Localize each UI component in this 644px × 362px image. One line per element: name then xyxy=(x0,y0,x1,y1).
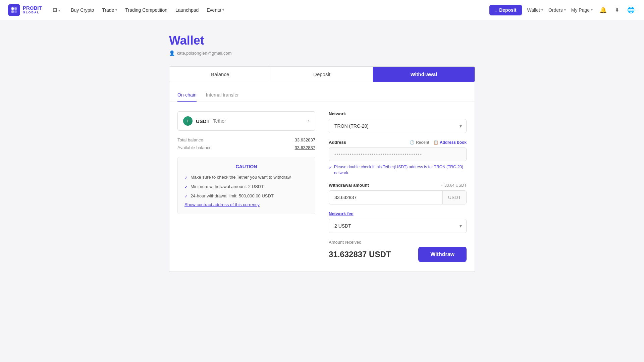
withdrawal-amount-label: Withdrawal amount xyxy=(329,183,369,188)
caution-item-1: ✓ Minimum withdrawal amount: 2 USDT xyxy=(184,183,308,190)
deposit-button[interactable]: ↓ Deposit xyxy=(489,5,522,15)
check-icon-2: ✓ xyxy=(184,193,188,199)
main-content: Wallet 👤 kate.poisonglen@gmail.com Balan… xyxy=(161,20,483,285)
user-icon: 👤 xyxy=(169,50,175,56)
caution-box: CAUTION ✓ Make sure to check the Tether … xyxy=(177,157,315,214)
nav-buy-crypto[interactable]: Buy Crypto xyxy=(71,7,94,13)
network-form-group: Network TRON (TRC-20) Ethereum (ERC-20) … xyxy=(329,111,467,133)
grid-icon[interactable]: ⊞ ▾ xyxy=(51,5,61,14)
page-subtitle: 👤 kate.poisonglen@gmail.com xyxy=(169,50,475,56)
address-label-actions: 🕐 Recent 📋 Address book xyxy=(410,140,467,145)
my-page-chevron: ▾ xyxy=(591,8,593,12)
events-chevron: ▾ xyxy=(222,8,224,12)
notification-bell-icon[interactable]: 🔔 xyxy=(598,5,608,15)
recent-button[interactable]: 🕐 Recent xyxy=(410,140,429,145)
network-label: Network xyxy=(329,111,467,116)
withdrawal-container: On-chain Internal transfer T USDT Tether… xyxy=(169,82,475,272)
sub-tab-on-chain[interactable]: On-chain xyxy=(177,89,197,102)
available-balance-value: 33.632837 xyxy=(295,145,315,150)
svg-rect-3 xyxy=(14,10,17,13)
withdraw-button[interactable]: Withdraw xyxy=(418,247,467,262)
address-input[interactable] xyxy=(329,147,467,161)
logo-probit: PROBIT xyxy=(23,5,42,11)
left-panel: T USDT Tether › Total balance 33.632837 … xyxy=(177,111,315,262)
network-fee-label[interactable]: Network fee xyxy=(329,211,467,216)
nav-my-page[interactable]: My Page ▾ xyxy=(571,7,593,13)
amount-approx: ≈ 33.64 USDT xyxy=(441,183,467,188)
address-form-group: Address 🕐 Recent 📋 Address book xyxy=(329,140,467,176)
download-icon[interactable]: ⬇ xyxy=(613,5,621,14)
globe-icon[interactable]: 🌐 xyxy=(626,5,636,15)
network-select[interactable]: TRON (TRC-20) Ethereum (ERC-20) BNB Smar… xyxy=(329,119,467,133)
sub-tabs: On-chain Internal transfer xyxy=(169,82,475,102)
currency-selector-arrow: › xyxy=(308,118,310,124)
nav-trading-competition[interactable]: Trading Competition xyxy=(125,7,167,13)
currency-info: T USDT Tether xyxy=(183,116,226,126)
wallet-tabs: Balance Deposit Withdrawal xyxy=(169,66,475,82)
amount-input-row: USDT xyxy=(329,190,467,204)
total-balance-row: Total balance 33.632837 xyxy=(177,137,315,142)
amount-received-section: Amount received 31.632837 USDT Withdraw xyxy=(329,240,467,262)
currency-selector[interactable]: T USDT Tether › xyxy=(177,111,315,131)
wallet-chevron: ▾ xyxy=(541,8,543,12)
available-balance-row: Available balance 33.632837 xyxy=(177,145,315,150)
hint-check-icon: ✓ xyxy=(329,165,332,171)
tab-balance[interactable]: Balance xyxy=(169,67,271,82)
navbar-left: PROBIT GLOBAL ⊞ ▾ Buy Crypto Trade ▾ Tra… xyxy=(8,4,489,16)
recent-icon: 🕐 xyxy=(410,140,415,145)
caution-title: CAUTION xyxy=(184,164,308,169)
amount-received-row: 31.632837 USDT Withdraw xyxy=(329,247,467,262)
logo-global: GLOBAL xyxy=(23,11,42,14)
network-fee-select-wrapper: 2 USDT 1 USDT ▾ xyxy=(329,219,467,233)
nav-events[interactable]: Events ▾ xyxy=(207,7,224,13)
caution-item-0: ✓ Make sure to check the Tether you want… xyxy=(184,174,308,181)
amount-header: Withdrawal amount ≈ 33.64 USDT xyxy=(329,183,467,188)
check-icon-0: ✓ xyxy=(184,175,188,181)
navbar: PROBIT GLOBAL ⊞ ▾ Buy Crypto Trade ▾ Tra… xyxy=(0,0,644,20)
deposit-icon: ↓ xyxy=(495,7,497,13)
nav-links: Buy Crypto Trade ▾ Trading Competition L… xyxy=(71,7,224,13)
tab-deposit[interactable]: Deposit xyxy=(271,67,373,82)
network-fee-form-group: Network fee 2 USDT 1 USDT ▾ xyxy=(329,211,467,233)
caution-item-2: ✓ 24-hour withdrawal limit: 500,000.00 U… xyxy=(184,193,308,199)
network-fee-select[interactable]: 2 USDT 1 USDT xyxy=(329,219,467,233)
withdrawal-amount-form-group: Withdrawal amount ≈ 33.64 USDT USDT xyxy=(329,183,467,204)
nav-orders[interactable]: Orders ▾ xyxy=(548,7,566,13)
total-balance-label: Total balance xyxy=(177,137,203,142)
nav-launchpad[interactable]: Launchpad xyxy=(175,7,199,13)
svg-rect-2 xyxy=(11,10,14,13)
svg-rect-0 xyxy=(11,7,14,10)
address-label-row: Address 🕐 Recent 📋 Address book xyxy=(329,140,467,145)
amount-received-value: 31.632837 USDT xyxy=(329,250,391,259)
logo-text: PROBIT GLOBAL xyxy=(23,5,42,14)
logo-icon xyxy=(8,4,20,16)
withdrawal-content: T USDT Tether › Total balance 33.632837 … xyxy=(169,102,475,272)
right-panel: Network TRON (TRC-20) Ethereum (ERC-20) … xyxy=(329,111,467,262)
sub-tab-internal-transfer[interactable]: Internal transfer xyxy=(206,89,239,102)
logo[interactable]: PROBIT GLOBAL xyxy=(8,4,42,16)
currency-name: Tether xyxy=(213,118,226,124)
available-balance-label: Available balance xyxy=(177,145,212,150)
nav-trade[interactable]: Trade ▾ xyxy=(102,7,117,13)
network-select-wrapper: TRON (TRC-20) Ethereum (ERC-20) BNB Smar… xyxy=(329,119,467,133)
currency-symbol: USDT xyxy=(196,118,210,124)
check-icon-1: ✓ xyxy=(184,184,188,190)
withdrawal-amount-input[interactable] xyxy=(329,190,442,204)
svg-rect-1 xyxy=(14,7,17,10)
amount-currency: USDT xyxy=(442,190,467,204)
contract-link[interactable]: Show contract address of this currency xyxy=(184,202,308,207)
address-hint: ✓ Please double check if this Tether(USD… xyxy=(329,164,467,176)
address-book-icon: 📋 xyxy=(433,140,438,145)
nav-wallet[interactable]: Wallet ▾ xyxy=(527,7,543,13)
page-title: Wallet xyxy=(169,34,475,48)
tab-withdrawal[interactable]: Withdrawal xyxy=(373,67,475,82)
orders-chevron: ▾ xyxy=(564,8,566,12)
address-input-wrapper xyxy=(329,147,467,161)
navbar-right: ↓ Deposit Wallet ▾ Orders ▾ My Page ▾ 🔔 … xyxy=(489,5,636,15)
trade-chevron: ▾ xyxy=(115,8,117,12)
usdt-icon: T xyxy=(183,116,193,126)
user-email: kate.poisonglen@gmail.com xyxy=(177,51,232,56)
total-balance-value: 33.632837 xyxy=(295,137,315,142)
amount-received-label: Amount received xyxy=(329,240,467,245)
address-book-button[interactable]: 📋 Address book xyxy=(433,140,467,145)
